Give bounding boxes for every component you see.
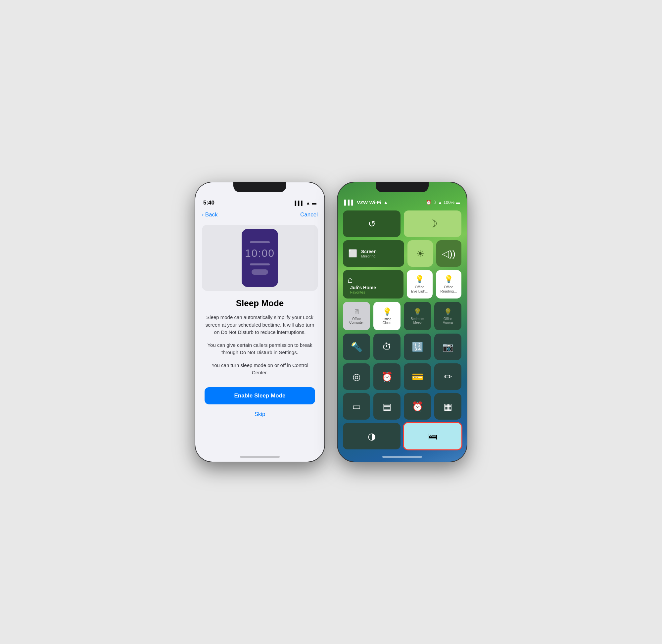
moon-status-icon: ☽	[433, 200, 437, 205]
cc-row-6: ▭ ▤ ⏰ ▦	[343, 393, 461, 420]
brightness-tile[interactable]: ☀	[408, 240, 433, 267]
cc-row-7: ◑ 🛏	[343, 423, 461, 450]
screen-mirror-icon: ⬜	[348, 249, 357, 258]
location-status-icon: ▲	[438, 200, 442, 205]
cc-row-2: ⌂ Juli's Home Favorites 💡 OfficeEve Ligh…	[343, 270, 461, 299]
brightness-icon: ☀	[416, 248, 424, 259]
screen-mirror-title: Screen	[361, 249, 377, 254]
screen-mirror-sub: Mirroring	[361, 254, 377, 258]
bedroom-meep-tile[interactable]: 💡 BedroomMeep	[404, 302, 431, 330]
stopwatch-tile[interactable]: ⏰	[373, 363, 401, 390]
office-computer-label: OfficeComputer	[349, 317, 364, 324]
calculator-tile[interactable]: 🔢	[404, 334, 431, 360]
display-icon: ◑	[368, 431, 376, 442]
notes-tile[interactable]: ✏	[434, 363, 461, 390]
left-notch	[235, 182, 285, 192]
display-tile[interactable]: ◑	[343, 423, 401, 450]
screen-mirroring-tile[interactable]: ⬜ Screen Mirroring	[343, 240, 404, 267]
sleep-desc-2: You can give certain callers permission …	[205, 342, 315, 356]
office-aurora-tile[interactable]: 💡 OfficeAurora	[434, 302, 461, 330]
bedroom-meep-label: BedroomMeep	[411, 317, 424, 324]
cc-row-5: ◎ ⏰ 💳 ✏	[343, 363, 461, 390]
office-eve-light-tile[interactable]: 💡 OfficeEve Ligh...	[407, 270, 433, 299]
battery-tile[interactable]: ▭	[343, 393, 370, 420]
wallet-icon: 💳	[412, 371, 424, 382]
wifi-icon: ▲	[306, 201, 310, 206]
eve-light-label: OfficeEve Ligh...	[411, 285, 428, 294]
sleep-phone-mockup: 10:00	[242, 229, 278, 287]
back-button[interactable]: ‹ Back	[202, 211, 218, 218]
home-indicator-right	[382, 456, 422, 458]
sleep-desc-1: Sleep mode can automatically simplify yo…	[205, 314, 315, 336]
volume-tile[interactable]: ◁))	[436, 240, 462, 267]
home-sub: Favorites	[350, 290, 376, 294]
chevron-left-icon: ‹	[202, 211, 204, 218]
right-notch	[377, 182, 427, 192]
battery-icon: ▬	[312, 201, 316, 206]
sleep-preview-time: 10:00	[245, 247, 275, 259]
qr-tile[interactable]: ▦	[434, 393, 461, 420]
office-globe-label: OfficeGlobe	[383, 317, 392, 325]
battery-percent-right: 100%	[443, 200, 454, 205]
home-text: Juli's Home Favorites	[350, 285, 376, 294]
office-globe-icon: 💡	[383, 307, 392, 316]
left-screen: 5:40 ▌▌▌ ▲ ▬ ‹ Back Cancel	[195, 182, 324, 462]
office-reading-tile[interactable]: 💡 OfficeReading...	[436, 270, 462, 299]
alarm-status-icon: ⏰	[426, 200, 431, 205]
do-not-disturb-tile[interactable]: ☽	[404, 210, 461, 237]
sleep-mode-tile[interactable]: 🛏	[404, 423, 461, 450]
reading-light-label: OfficeReading...	[440, 285, 457, 294]
rotation-lock-icon: ↺	[368, 218, 376, 229]
reading-light-icon: 💡	[444, 275, 453, 284]
cc-row-1: ↺ ☽	[343, 210, 461, 237]
alarm-icon: ⏰	[412, 401, 424, 412]
status-time-left: 5:40	[203, 200, 214, 206]
sleep-preview: 10:00	[202, 225, 318, 291]
signal-icon: ▌▌▌	[295, 201, 304, 206]
left-phone: 5:40 ▌▌▌ ▲ ▬ ‹ Back Cancel	[195, 182, 324, 462]
office-computer-icon: 🖥	[353, 308, 360, 316]
office-globe-tile[interactable]: 💡 OfficeGlobe	[373, 302, 401, 330]
home-indicator-left	[240, 456, 280, 458]
remote-icon: ▤	[383, 401, 391, 412]
eve-light-icon: 💡	[415, 275, 424, 284]
remote-tile[interactable]: ▤	[373, 393, 401, 420]
stopwatch-icon: ⏰	[381, 371, 393, 382]
compass-icon: ◎	[352, 371, 361, 382]
battery-control-icon: ▭	[352, 401, 361, 412]
skip-button[interactable]: Skip	[205, 408, 315, 420]
carrier-area: ▌▌▌ VZW Wi-Fi ▲	[344, 200, 388, 205]
office-computer-tile[interactable]: 🖥 OfficeComputer	[343, 302, 370, 330]
home-icon: ⌂	[347, 275, 353, 285]
screen-mirror-text: Screen Mirroring	[361, 249, 377, 258]
timer-tile[interactable]: ⏱	[373, 334, 401, 360]
flashlight-icon: 🔦	[351, 342, 362, 352]
flashlight-tile[interactable]: 🔦	[343, 334, 370, 360]
alarm-tile[interactable]: ⏰	[404, 393, 431, 420]
scene: 5:40 ▌▌▌ ▲ ▬ ‹ Back Cancel	[182, 169, 480, 475]
camera-icon: 📷	[442, 342, 454, 352]
rotation-lock-tile[interactable]: ↺	[343, 210, 401, 237]
enable-sleep-mode-button[interactable]: Enable Sleep Mode	[205, 387, 315, 405]
office-aurora-icon: 💡	[444, 308, 452, 316]
battery-area-right: ⏰ ☽ ▲ 100% ▬	[426, 200, 460, 205]
wifi-icon-right: ▲	[383, 200, 388, 205]
battery-icon-right: ▬	[456, 200, 460, 205]
do-not-disturb-icon: ☽	[428, 217, 438, 230]
signal-bars-right: ▌▌▌	[344, 200, 355, 205]
compass-tile[interactable]: ◎	[343, 363, 370, 390]
home-tile[interactable]: ⌂ Juli's Home Favorites	[343, 270, 404, 299]
camera-tile[interactable]: 📷	[434, 334, 461, 360]
volume-icon: ◁))	[442, 248, 455, 259]
right-screen: ▌▌▌ VZW Wi-Fi ▲ ⏰ ☽ ▲ 100% ▬	[338, 182, 467, 462]
sleep-bar-2	[250, 263, 270, 266]
status-icons-left: ▌▌▌ ▲ ▬	[295, 201, 316, 206]
sleep-content: Sleep Mode Sleep mode can automatically …	[195, 295, 324, 453]
wallet-tile[interactable]: 💳	[404, 363, 431, 390]
qr-icon: ▦	[443, 401, 452, 412]
cancel-button[interactable]: Cancel	[300, 211, 318, 218]
notes-icon: ✏	[444, 371, 452, 382]
right-phone: ▌▌▌ VZW Wi-Fi ▲ ⏰ ☽ ▲ 100% ▬	[338, 182, 467, 462]
sleep-pill	[252, 269, 268, 275]
control-center-grid: ↺ ☽ ⬜ Screen Mirroring	[338, 208, 467, 455]
